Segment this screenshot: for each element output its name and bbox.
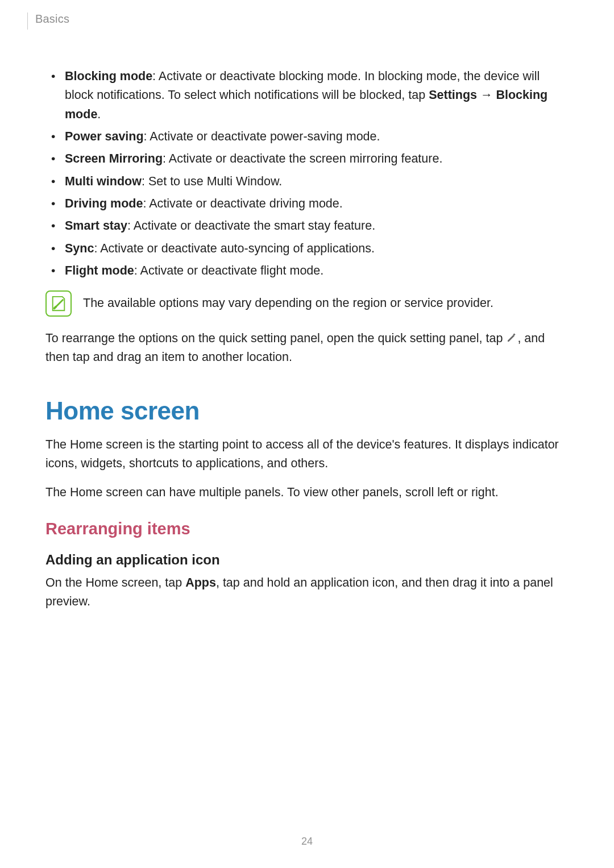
breadcrumb: Basics (35, 13, 69, 26)
item-title: Flight mode (65, 264, 134, 277)
list-item: Driving mode: Activate or deactivate dri… (50, 194, 569, 213)
item-title: Smart stay (65, 219, 127, 232)
home-paragraph-2: The Home screen can have multiple panels… (45, 483, 569, 502)
adding-icon-paragraph: On the Home screen, tap Apps, tap and ho… (45, 574, 569, 612)
item-text: : Activate or deactivate the screen mirr… (163, 152, 442, 165)
list-item: Multi window: Set to use Multi Window. (50, 172, 569, 191)
item-title: Power saving (65, 130, 144, 143)
inline-bold: Apps (185, 576, 216, 589)
item-text: : Activate or deactivate auto-syncing of… (94, 242, 375, 255)
memo-icon (50, 295, 67, 312)
feature-list: Blocking mode: Activate or deactivate bl… (50, 67, 569, 280)
page: Basics Blocking mode: Activate or deacti… (0, 0, 614, 868)
note-block: The available options may vary depending… (45, 290, 569, 317)
item-tail: . (97, 107, 101, 121)
page-number: 24 (0, 836, 614, 848)
item-title: Driving mode (65, 197, 143, 210)
para-text: To rearrange the options on the quick se… (45, 331, 506, 345)
note-icon (45, 290, 72, 317)
note-text: The available options may vary depending… (83, 290, 493, 313)
section-heading-home-screen: Home screen (45, 397, 569, 425)
content: Blocking mode: Activate or deactivate bl… (45, 67, 569, 611)
subsubsection-heading-adding-icon: Adding an application icon (45, 552, 569, 568)
item-text: : Set to use Multi Window. (142, 175, 282, 188)
item-text: : Activate or deactivate power-saving mo… (144, 130, 380, 143)
item-title: Multi window (65, 175, 142, 188)
list-item: Sync: Activate or deactivate auto-syncin… (50, 239, 569, 258)
list-item: Screen Mirroring: Activate or deactivate… (50, 149, 569, 168)
item-title: Screen Mirroring (65, 152, 163, 165)
item-text: : Activate or deactivate flight mode. (134, 264, 323, 277)
edit-icon (506, 330, 517, 342)
home-paragraph-1: The Home screen is the starting point to… (45, 435, 569, 474)
header-rule (27, 13, 28, 30)
para-text: On the Home screen, tap (45, 576, 185, 589)
list-item: Smart stay: Activate or deactivate the s… (50, 217, 569, 235)
list-item: Power saving: Activate or deactivate pow… (50, 127, 569, 146)
arrow-text: → (477, 88, 496, 102)
subsection-heading-rearranging: Rearranging items (45, 520, 569, 538)
inline-bold: Settings (429, 88, 477, 102)
item-title: Sync (65, 242, 94, 255)
rearrange-paragraph: To rearrange the options on the quick se… (45, 329, 569, 367)
item-title: Blocking mode (65, 69, 152, 83)
list-item: Flight mode: Activate or deactivate flig… (50, 261, 569, 280)
item-text: : Activate or deactivate the smart stay … (127, 219, 375, 232)
list-item: Blocking mode: Activate or deactivate bl… (50, 67, 569, 124)
item-text: : Activate or deactivate driving mode. (143, 197, 342, 210)
